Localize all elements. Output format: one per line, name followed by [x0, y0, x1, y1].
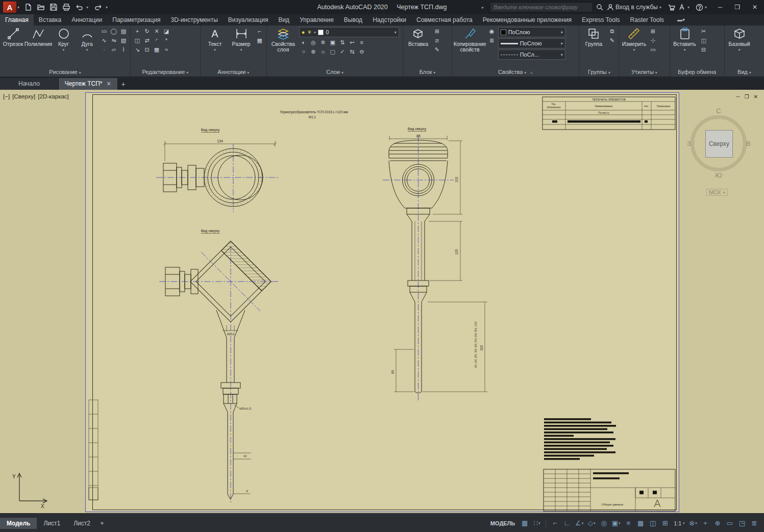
panel-groups-label[interactable]: Группы▾: [579, 68, 619, 77]
ortho-icon[interactable]: ∟: [561, 518, 573, 529]
graphics-performance-icon[interactable]: ▭: [724, 518, 735, 529]
ribbon-tab-3dtools[interactable]: 3D-инструменты: [166, 14, 223, 26]
close-button[interactable]: ✕: [748, 2, 762, 12]
layout2-tab[interactable]: Лист2: [67, 518, 97, 529]
circle-button[interactable]: Круг▾: [53, 27, 75, 53]
customization-icon[interactable]: ≣: [749, 518, 760, 529]
layer-isolate-icon[interactable]: ◎: [309, 38, 318, 46]
layer-walk-icon[interactable]: ⇆: [348, 47, 357, 56]
dimension-button[interactable]: Размер▾: [229, 27, 254, 53]
panel-utilities-label[interactable]: Утилиты▾: [619, 68, 669, 77]
ribbon-tab-collaborate[interactable]: Совместная работа: [411, 14, 478, 26]
layer-state-icon[interactable]: ≡: [357, 38, 366, 46]
array-icon[interactable]: ▦: [152, 45, 161, 54]
ribbon-tab-home[interactable]: Главная: [0, 14, 34, 26]
viewcube-ucs-menu[interactable]: МСК▾: [706, 189, 728, 196]
doc-tab-drawing[interactable]: Чертеж ТСП*✕: [59, 78, 118, 90]
search-icon[interactable]: [596, 4, 604, 11]
color-select[interactable]: ПоСлою▾: [498, 27, 565, 37]
quick-select-icon[interactable]: ▭: [648, 45, 657, 54]
text-button[interactable]: A Текст▾: [203, 27, 228, 53]
layer-select[interactable]: ● ☀ ▪ 0 ▾: [299, 27, 399, 37]
layer-unisolate-icon[interactable]: ⊕: [309, 47, 318, 56]
panel-modify-label[interactable]: Редактирование▾: [131, 68, 200, 77]
clean-screen-icon[interactable]: ◳: [736, 518, 748, 529]
ribbon-tab-output[interactable]: Вывод: [339, 14, 367, 26]
dynamic-input-icon[interactable]: ⊞: [659, 518, 671, 529]
annotation-scale-control[interactable]: 1:1▾: [672, 520, 686, 526]
viewcube[interactable]: С В Ю З Сверху МСК▾: [688, 108, 751, 200]
panel-clipboard-label[interactable]: Буфер обмена: [670, 68, 724, 77]
doc-tab-close-icon[interactable]: ✕: [106, 78, 111, 90]
offset-icon[interactable]: ≈: [162, 45, 171, 54]
maximize-button[interactable]: ❒: [730, 2, 745, 12]
isodraft-icon[interactable]: ◇▾: [586, 518, 597, 529]
copy-base-icon[interactable]: ⊟: [699, 45, 708, 54]
create-block-icon[interactable]: ⧄: [432, 36, 441, 44]
rotate-icon[interactable]: ↻: [142, 27, 152, 35]
layer-current-icon[interactable]: ✓: [338, 47, 347, 56]
ribbon-collapse-icon[interactable]: ▬▾: [673, 14, 689, 26]
ribbon-tab-insert[interactable]: Вставка: [34, 14, 67, 26]
point-icon[interactable]: ·: [100, 45, 109, 54]
help-icon[interactable]: ▾: [696, 4, 710, 11]
scale-icon[interactable]: ⊡: [142, 45, 152, 54]
arc-button[interactable]: Дуга▾: [76, 27, 98, 53]
panel-draw-label[interactable]: Рисование▾: [0, 68, 130, 77]
trim-icon[interactable]: ✕: [152, 27, 161, 35]
app-store-icon[interactable]: [668, 4, 675, 11]
ribbon-tab-featured-apps[interactable]: Рекомендованные приложения: [478, 14, 577, 26]
region-icon[interactable]: ▱: [109, 45, 118, 54]
layer-freeze-tool-icon[interactable]: ✲: [318, 38, 328, 46]
leader-icon[interactable]: ⌐: [255, 27, 264, 35]
viewport-visual-style-control[interactable]: [2D-каркас]: [38, 93, 68, 99]
viewcube-west[interactable]: З: [685, 140, 693, 147]
ribbon-tab-express-tools[interactable]: Express Tools: [577, 14, 625, 26]
layer-properties-button[interactable]: Свойства слоя: [269, 27, 298, 53]
polyline-button[interactable]: Полилиния: [26, 27, 51, 47]
exchange-apps-icon[interactable]: ▾: [678, 4, 693, 11]
lineweight-icon[interactable]: ≡: [623, 518, 634, 529]
plot-icon[interactable]: [61, 2, 72, 12]
measure-button[interactable]: Измерить▾: [621, 27, 647, 53]
group-edit-icon[interactable]: ✎: [607, 36, 617, 44]
ucs-icon[interactable]: Y X: [12, 473, 47, 509]
layer-lock-tool-icon[interactable]: ▣: [328, 38, 337, 46]
selection-cycling-icon[interactable]: ◫: [647, 518, 658, 529]
panel-properties-label[interactable]: Свойства▾ ↘: [452, 68, 579, 77]
ribbon-tab-view[interactable]: Вид: [273, 14, 294, 26]
gradient-icon[interactable]: ▧: [119, 36, 128, 44]
hatch-icon[interactable]: ▨: [119, 27, 128, 35]
panel-block-label[interactable]: Блок▾: [403, 68, 451, 77]
qat-customize-icon[interactable]: ▾: [106, 5, 108, 10]
drawing-canvas[interactable]: [−] [Сверху] [2D-каркас] ─ ❒ ✕ С В Ю З С…: [0, 90, 764, 513]
fillet-icon[interactable]: ◜: [152, 36, 161, 44]
grid-icon[interactable]: ▦: [519, 518, 530, 529]
viewport-minimize-control[interactable]: [−]: [3, 93, 10, 99]
insert-button[interactable]: Вставка: [405, 27, 431, 47]
signin-menu[interactable]: Вход в службы ▾: [607, 4, 664, 11]
viewcube-east[interactable]: В: [744, 140, 752, 147]
group-button[interactable]: Группа: [581, 27, 606, 47]
snap-icon[interactable]: ∷▾: [531, 518, 543, 529]
model-space-label[interactable]: МОДЕЛЬ: [490, 520, 515, 526]
isolate-objects-icon[interactable]: ⊕: [712, 518, 723, 529]
undo-icon[interactable]: [73, 2, 85, 12]
doc-minimize-icon[interactable]: ─: [736, 94, 740, 99]
spline-icon[interactable]: ∿: [100, 36, 109, 44]
revision-cloud-icon[interactable]: ⌇: [119, 45, 128, 54]
new-layout-icon[interactable]: +: [97, 519, 107, 527]
ribbon-tab-annotate[interactable]: Аннотации: [66, 14, 107, 26]
construction-line-icon[interactable]: ⇋: [109, 36, 118, 44]
layer-match-icon[interactable]: ⇅: [338, 38, 347, 46]
undo-dropdown-icon[interactable]: ▾: [86, 5, 88, 10]
doc-tab-start[interactable]: Начало: [0, 78, 59, 90]
open-icon[interactable]: [35, 2, 46, 12]
workspace-gear-icon[interactable]: ⊛▾: [687, 518, 699, 529]
lineweight-select[interactable]: ПоСлою▾: [498, 38, 565, 48]
layer-unlock-icon[interactable]: ▢: [328, 47, 337, 56]
copy-clip-icon[interactable]: ◫: [699, 36, 708, 44]
base-view-button[interactable]: Базовый▾: [727, 27, 752, 53]
viewcube-south[interactable]: Ю: [714, 171, 723, 179]
explode-icon[interactable]: *: [162, 36, 171, 44]
